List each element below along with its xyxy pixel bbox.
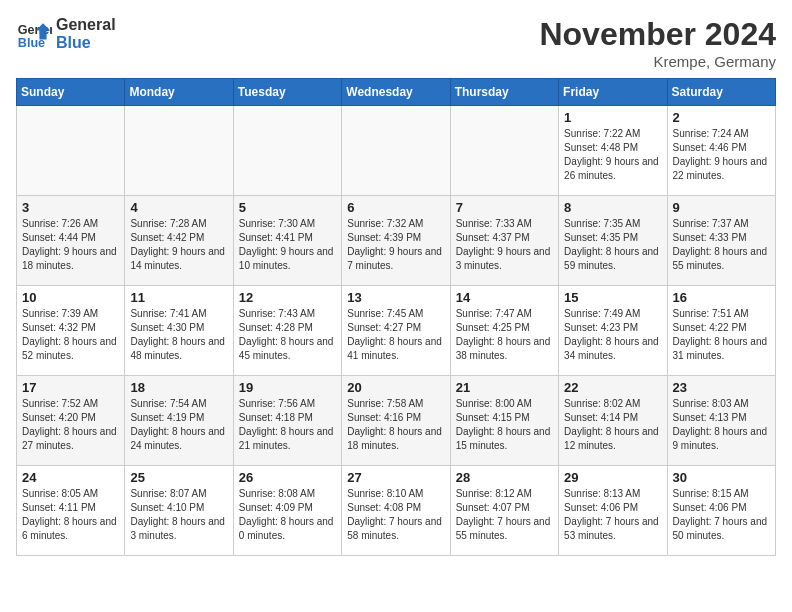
day-number: 27 [347,470,444,485]
day-info: Sunrise: 8:10 AM Sunset: 4:08 PM Dayligh… [347,487,444,543]
day-info: Sunrise: 7:32 AM Sunset: 4:39 PM Dayligh… [347,217,444,273]
week-row-4: 17Sunrise: 7:52 AM Sunset: 4:20 PM Dayli… [17,376,776,466]
day-info: Sunrise: 7:49 AM Sunset: 4:23 PM Dayligh… [564,307,661,363]
calendar-cell: 6Sunrise: 7:32 AM Sunset: 4:39 PM Daylig… [342,196,450,286]
week-row-5: 24Sunrise: 8:05 AM Sunset: 4:11 PM Dayli… [17,466,776,556]
day-info: Sunrise: 7:37 AM Sunset: 4:33 PM Dayligh… [673,217,770,273]
day-number: 21 [456,380,553,395]
calendar-cell: 21Sunrise: 8:00 AM Sunset: 4:15 PM Dayli… [450,376,558,466]
title-block: November 2024 Krempe, Germany [539,16,776,70]
col-monday: Monday [125,79,233,106]
col-saturday: Saturday [667,79,775,106]
calendar-cell: 19Sunrise: 7:56 AM Sunset: 4:18 PM Dayli… [233,376,341,466]
day-info: Sunrise: 8:13 AM Sunset: 4:06 PM Dayligh… [564,487,661,543]
calendar-cell: 1Sunrise: 7:22 AM Sunset: 4:48 PM Daylig… [559,106,667,196]
calendar-cell: 23Sunrise: 8:03 AM Sunset: 4:13 PM Dayli… [667,376,775,466]
calendar-cell: 10Sunrise: 7:39 AM Sunset: 4:32 PM Dayli… [17,286,125,376]
day-number: 1 [564,110,661,125]
day-number: 10 [22,290,119,305]
day-number: 13 [347,290,444,305]
day-number: 20 [347,380,444,395]
day-info: Sunrise: 7:54 AM Sunset: 4:19 PM Dayligh… [130,397,227,453]
day-info: Sunrise: 7:28 AM Sunset: 4:42 PM Dayligh… [130,217,227,273]
day-info: Sunrise: 7:30 AM Sunset: 4:41 PM Dayligh… [239,217,336,273]
week-row-1: 1Sunrise: 7:22 AM Sunset: 4:48 PM Daylig… [17,106,776,196]
day-number: 2 [673,110,770,125]
calendar-cell: 27Sunrise: 8:10 AM Sunset: 4:08 PM Dayli… [342,466,450,556]
day-number: 12 [239,290,336,305]
day-number: 15 [564,290,661,305]
col-friday: Friday [559,79,667,106]
calendar-cell [450,106,558,196]
logo-text: General Blue [56,16,116,51]
week-row-3: 10Sunrise: 7:39 AM Sunset: 4:32 PM Dayli… [17,286,776,376]
calendar-cell: 16Sunrise: 7:51 AM Sunset: 4:22 PM Dayli… [667,286,775,376]
calendar-cell: 11Sunrise: 7:41 AM Sunset: 4:30 PM Dayli… [125,286,233,376]
col-sunday: Sunday [17,79,125,106]
calendar-cell: 30Sunrise: 8:15 AM Sunset: 4:06 PM Dayli… [667,466,775,556]
month-title: November 2024 [539,16,776,53]
day-info: Sunrise: 8:00 AM Sunset: 4:15 PM Dayligh… [456,397,553,453]
day-number: 22 [564,380,661,395]
day-number: 6 [347,200,444,215]
calendar-cell [17,106,125,196]
calendar-cell: 26Sunrise: 8:08 AM Sunset: 4:09 PM Dayli… [233,466,341,556]
day-number: 17 [22,380,119,395]
calendar-cell: 25Sunrise: 8:07 AM Sunset: 4:10 PM Dayli… [125,466,233,556]
day-number: 18 [130,380,227,395]
logo-blue: Blue [56,34,116,52]
day-number: 4 [130,200,227,215]
day-info: Sunrise: 7:35 AM Sunset: 4:35 PM Dayligh… [564,217,661,273]
day-number: 16 [673,290,770,305]
week-row-2: 3Sunrise: 7:26 AM Sunset: 4:44 PM Daylig… [17,196,776,286]
calendar-cell: 5Sunrise: 7:30 AM Sunset: 4:41 PM Daylig… [233,196,341,286]
day-number: 9 [673,200,770,215]
calendar-cell: 22Sunrise: 8:02 AM Sunset: 4:14 PM Dayli… [559,376,667,466]
day-number: 29 [564,470,661,485]
day-number: 25 [130,470,227,485]
calendar-cell [125,106,233,196]
day-info: Sunrise: 7:43 AM Sunset: 4:28 PM Dayligh… [239,307,336,363]
day-number: 5 [239,200,336,215]
calendar-cell: 29Sunrise: 8:13 AM Sunset: 4:06 PM Dayli… [559,466,667,556]
day-number: 7 [456,200,553,215]
calendar-cell: 3Sunrise: 7:26 AM Sunset: 4:44 PM Daylig… [17,196,125,286]
day-info: Sunrise: 7:47 AM Sunset: 4:25 PM Dayligh… [456,307,553,363]
day-info: Sunrise: 8:03 AM Sunset: 4:13 PM Dayligh… [673,397,770,453]
day-info: Sunrise: 7:41 AM Sunset: 4:30 PM Dayligh… [130,307,227,363]
day-info: Sunrise: 7:56 AM Sunset: 4:18 PM Dayligh… [239,397,336,453]
logo-general: General [56,16,116,34]
day-number: 26 [239,470,336,485]
day-number: 8 [564,200,661,215]
calendar-cell: 14Sunrise: 7:47 AM Sunset: 4:25 PM Dayli… [450,286,558,376]
location: Krempe, Germany [539,53,776,70]
day-info: Sunrise: 8:08 AM Sunset: 4:09 PM Dayligh… [239,487,336,543]
day-info: Sunrise: 8:15 AM Sunset: 4:06 PM Dayligh… [673,487,770,543]
day-info: Sunrise: 7:58 AM Sunset: 4:16 PM Dayligh… [347,397,444,453]
day-info: Sunrise: 8:07 AM Sunset: 4:10 PM Dayligh… [130,487,227,543]
day-number: 14 [456,290,553,305]
day-number: 3 [22,200,119,215]
day-info: Sunrise: 7:39 AM Sunset: 4:32 PM Dayligh… [22,307,119,363]
calendar-header-row: Sunday Monday Tuesday Wednesday Thursday… [17,79,776,106]
calendar-cell: 20Sunrise: 7:58 AM Sunset: 4:16 PM Dayli… [342,376,450,466]
day-number: 23 [673,380,770,395]
logo: General Blue General Blue [16,16,116,52]
day-info: Sunrise: 7:52 AM Sunset: 4:20 PM Dayligh… [22,397,119,453]
day-number: 19 [239,380,336,395]
col-thursday: Thursday [450,79,558,106]
calendar-cell: 24Sunrise: 8:05 AM Sunset: 4:11 PM Dayli… [17,466,125,556]
day-info: Sunrise: 7:33 AM Sunset: 4:37 PM Dayligh… [456,217,553,273]
calendar-cell: 7Sunrise: 7:33 AM Sunset: 4:37 PM Daylig… [450,196,558,286]
day-number: 24 [22,470,119,485]
day-info: Sunrise: 7:26 AM Sunset: 4:44 PM Dayligh… [22,217,119,273]
calendar-cell: 2Sunrise: 7:24 AM Sunset: 4:46 PM Daylig… [667,106,775,196]
day-number: 30 [673,470,770,485]
col-wednesday: Wednesday [342,79,450,106]
calendar-cell: 13Sunrise: 7:45 AM Sunset: 4:27 PM Dayli… [342,286,450,376]
col-tuesday: Tuesday [233,79,341,106]
calendar-cell [342,106,450,196]
day-number: 11 [130,290,227,305]
calendar-cell: 15Sunrise: 7:49 AM Sunset: 4:23 PM Dayli… [559,286,667,376]
calendar-cell [233,106,341,196]
